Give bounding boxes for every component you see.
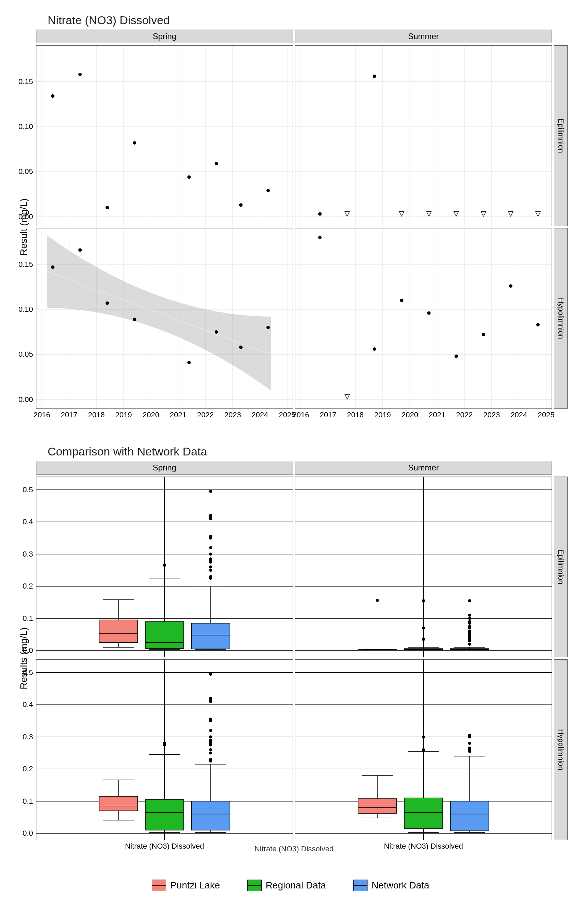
svg-rect-94 bbox=[99, 620, 137, 642]
svg-point-37 bbox=[373, 74, 376, 78]
svg-point-115 bbox=[209, 557, 212, 560]
chart1-title: Nitrate (NO3) Dissolved bbox=[48, 14, 568, 27]
facet2-col-spring: Spring bbox=[36, 461, 293, 475]
svg-point-76 bbox=[373, 347, 376, 351]
legend: Puntzi Lake Regional Data Network Data bbox=[14, 879, 568, 891]
svg-point-56 bbox=[133, 318, 136, 321]
legend-item-regional: Regional Data bbox=[247, 879, 326, 891]
svg-rect-185 bbox=[145, 800, 184, 830]
svg-point-81 bbox=[509, 284, 512, 288]
legend-item-puntzi: Puntzi Lake bbox=[152, 879, 220, 891]
svg-point-243 bbox=[468, 734, 471, 737]
facet-row-epi: Epilimnion bbox=[554, 45, 568, 226]
svg-point-240 bbox=[468, 747, 471, 750]
legend-label: Puntzi Lake bbox=[170, 880, 220, 891]
svg-point-209 bbox=[209, 697, 212, 700]
svg-point-146 bbox=[422, 599, 425, 602]
svg-point-19 bbox=[215, 162, 218, 165]
svg-point-122 bbox=[209, 514, 212, 517]
svg-point-16 bbox=[105, 206, 109, 209]
svg-rect-107 bbox=[192, 623, 230, 649]
chart2-facets: Results (mg/L) Spring Summer bbox=[14, 461, 568, 856]
svg-point-117 bbox=[209, 546, 212, 549]
svg-point-197 bbox=[209, 751, 212, 754]
svg-rect-193 bbox=[192, 801, 230, 830]
svg-rect-100 bbox=[145, 622, 184, 648]
svg-point-110 bbox=[209, 575, 212, 578]
svg-point-137 bbox=[376, 599, 379, 602]
svg-point-166 bbox=[468, 614, 471, 617]
boxpanel-spring-hyp: 0.00.10.20.30.40.5Nitrate (NO3) Dissolve… bbox=[36, 660, 293, 840]
svg-point-188 bbox=[163, 742, 166, 745]
svg-point-58 bbox=[215, 330, 218, 334]
panel-spring-hyp: 0.000.050.100.15201620172018201920202021… bbox=[36, 228, 293, 409]
panel-spring-epi: 0.000.050.100.15 bbox=[36, 45, 293, 226]
svg-point-241 bbox=[468, 742, 471, 745]
svg-point-80 bbox=[482, 333, 485, 336]
facet-col-summer: Summer bbox=[295, 30, 552, 43]
svg-point-210 bbox=[209, 673, 212, 676]
svg-point-17 bbox=[133, 141, 136, 145]
svg-point-202 bbox=[209, 739, 212, 742]
svg-point-231 bbox=[422, 735, 425, 738]
svg-point-153 bbox=[468, 643, 471, 646]
svg-point-102 bbox=[163, 564, 166, 567]
legend-item-network: Network Data bbox=[353, 879, 430, 891]
svg-rect-228 bbox=[404, 798, 443, 829]
svg-point-55 bbox=[105, 302, 109, 305]
legend-swatch bbox=[247, 879, 262, 891]
svg-point-36 bbox=[318, 212, 321, 216]
svg-point-206 bbox=[209, 718, 212, 721]
legend-swatch bbox=[353, 879, 367, 891]
svg-point-14 bbox=[51, 94, 55, 98]
svg-point-116 bbox=[209, 553, 212, 556]
legend-label: Network Data bbox=[372, 880, 430, 891]
panel-summer-epi bbox=[295, 45, 552, 226]
facet2-row-hyp: Hypolimnion bbox=[554, 660, 568, 840]
svg-rect-179 bbox=[99, 796, 137, 811]
legend-swatch bbox=[152, 879, 166, 891]
svg-point-144 bbox=[422, 638, 425, 641]
svg-point-230 bbox=[422, 748, 425, 751]
legend-label: Regional Data bbox=[266, 880, 326, 891]
svg-point-204 bbox=[209, 729, 212, 732]
svg-point-165 bbox=[468, 617, 471, 620]
facet2-col-summer: Summer bbox=[295, 461, 552, 475]
svg-point-167 bbox=[468, 599, 471, 602]
boxpanel-summer-epi bbox=[295, 477, 552, 657]
svg-point-164 bbox=[468, 620, 471, 623]
svg-point-162 bbox=[468, 625, 471, 628]
svg-point-21 bbox=[267, 189, 270, 192]
svg-point-112 bbox=[209, 566, 212, 569]
svg-point-57 bbox=[187, 361, 191, 364]
svg-point-77 bbox=[400, 299, 403, 302]
svg-point-111 bbox=[209, 569, 212, 572]
svg-point-75 bbox=[318, 236, 321, 239]
chart2-title: Comparison with Network Data bbox=[48, 445, 568, 458]
facet-col-spring: Spring bbox=[36, 30, 293, 43]
svg-point-15 bbox=[78, 73, 82, 76]
svg-point-18 bbox=[187, 175, 191, 179]
chart1-facets: Result (mg/L) Spring Summer 0.000.050.10… bbox=[14, 30, 568, 425]
svg-point-123 bbox=[209, 490, 212, 493]
svg-point-78 bbox=[427, 312, 431, 315]
svg-point-196 bbox=[209, 758, 212, 761]
svg-point-20 bbox=[239, 203, 242, 207]
svg-point-203 bbox=[209, 735, 212, 738]
facet-row-hyp: Hypolimnion bbox=[554, 228, 568, 409]
boxpanel-spring-epi: 0.00.10.20.30.40.5 bbox=[36, 477, 293, 657]
svg-point-54 bbox=[78, 248, 82, 252]
svg-point-82 bbox=[536, 323, 540, 327]
svg-point-198 bbox=[209, 748, 212, 751]
svg-line-52 bbox=[47, 272, 271, 354]
svg-rect-222 bbox=[358, 799, 396, 813]
svg-point-59 bbox=[239, 346, 242, 349]
facet2-row-epi: Epilimnion bbox=[554, 477, 568, 657]
svg-point-79 bbox=[455, 355, 458, 358]
panel-summer-hyp: 2016201720182019202020212022202320242025 bbox=[295, 228, 552, 409]
svg-point-119 bbox=[209, 535, 212, 538]
svg-point-60 bbox=[267, 326, 270, 329]
boxpanel-summer-hyp: Nitrate (NO3) Dissolved bbox=[295, 660, 552, 840]
svg-point-145 bbox=[422, 626, 425, 629]
svg-point-53 bbox=[51, 265, 55, 269]
